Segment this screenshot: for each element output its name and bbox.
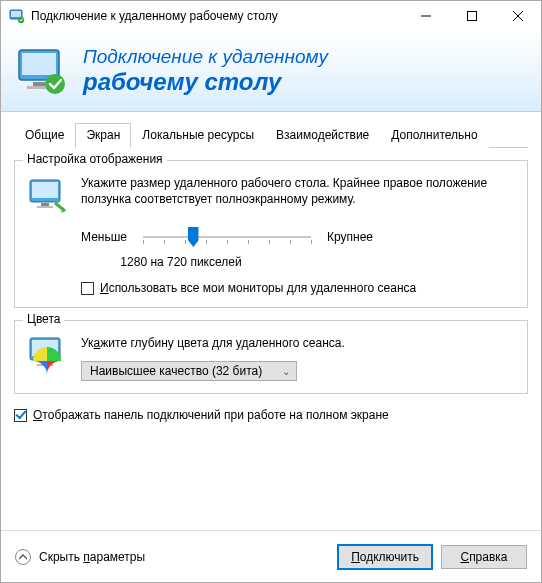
- svg-rect-9: [33, 82, 45, 86]
- display-size-icon: [27, 175, 67, 215]
- svg-rect-14: [41, 203, 49, 206]
- window-controls: [403, 1, 541, 31]
- app-small-icon: [9, 8, 25, 24]
- collapse-arrow-icon[interactable]: [15, 549, 31, 565]
- display-desc: Укажите размер удаленного рабочего стола…: [81, 175, 515, 207]
- banner-text: Подключение к удаленному рабочему столу: [83, 46, 328, 96]
- tab-general[interactable]: Общие: [14, 123, 75, 148]
- colors-desc: Укажите глубину цвета для удаленного сеа…: [81, 335, 515, 351]
- colors-group-legend: Цвета: [23, 312, 64, 326]
- close-button[interactable]: [495, 1, 541, 31]
- slider-thumb[interactable]: [188, 227, 199, 247]
- connection-bar-row[interactable]: Отображать панель подключений при работе…: [14, 408, 528, 422]
- display-group-legend: Настройка отображения: [23, 152, 167, 166]
- tab-strip: Общие Экран Локальные ресурсы Взаимодейс…: [14, 122, 528, 148]
- svg-rect-8: [22, 53, 56, 75]
- resolution-readout: 1280 на 720 пикселей: [81, 255, 281, 269]
- help-button[interactable]: Справка: [441, 545, 527, 569]
- app-banner-icon: [15, 44, 69, 98]
- resolution-slider[interactable]: [143, 227, 311, 247]
- display-config-group: Настройка отображения Укажите размер уда…: [14, 160, 528, 308]
- maximize-button[interactable]: [449, 1, 495, 31]
- color-depth-value: Наивысшее качество (32 бита): [90, 364, 262, 378]
- tab-local-resources[interactable]: Локальные ресурсы: [131, 123, 265, 148]
- banner-line1: Подключение к удаленному: [83, 46, 328, 68]
- content-area: Общие Экран Локальные ресурсы Взаимодейс…: [1, 112, 541, 530]
- slider-max-label: Крупнее: [327, 230, 373, 244]
- rdc-window: Подключение к удаленному рабочему столу …: [0, 0, 542, 583]
- resolution-slider-row: Меньше Крупнее: [81, 227, 515, 247]
- connection-bar-label: Отображать панель подключений при работе…: [33, 408, 389, 422]
- use-all-monitors-checkbox[interactable]: [81, 282, 94, 295]
- footer-bar: Скрыть параметры Подключить Справка: [1, 530, 541, 582]
- svg-rect-13: [32, 182, 58, 198]
- tab-experience[interactable]: Взаимодействие: [265, 123, 380, 148]
- hide-params-link[interactable]: Скрыть параметры: [39, 550, 145, 564]
- tab-advanced[interactable]: Дополнительно: [380, 123, 488, 148]
- banner: Подключение к удаленному рабочему столу: [1, 31, 541, 112]
- banner-line2: рабочему столу: [83, 68, 328, 96]
- chevron-down-icon: ⌄: [282, 366, 290, 377]
- minimize-button[interactable]: [403, 1, 449, 31]
- color-depth-select[interactable]: Наивысшее качество (32 бита) ⌄: [81, 361, 297, 381]
- svg-rect-1: [11, 11, 21, 17]
- svg-rect-4: [468, 12, 477, 21]
- tab-display[interactable]: Экран: [75, 123, 131, 148]
- window-title: Подключение к удаленному рабочему столу: [31, 9, 403, 23]
- color-depth-icon: [27, 335, 67, 375]
- svg-point-11: [45, 74, 65, 94]
- slider-min-label: Меньше: [81, 230, 127, 244]
- connect-button[interactable]: Подключить: [337, 544, 433, 570]
- colors-group: Цвета Укажите глубину цвета для удаленно…: [14, 320, 528, 394]
- use-all-monitors-label: Использовать все мои мониторы для удален…: [100, 281, 416, 295]
- svg-rect-15: [37, 206, 53, 208]
- connection-bar-checkbox[interactable]: [14, 409, 27, 422]
- use-all-monitors-row[interactable]: Использовать все мои мониторы для удален…: [81, 281, 515, 295]
- titlebar: Подключение к удаленному рабочему столу: [1, 1, 541, 31]
